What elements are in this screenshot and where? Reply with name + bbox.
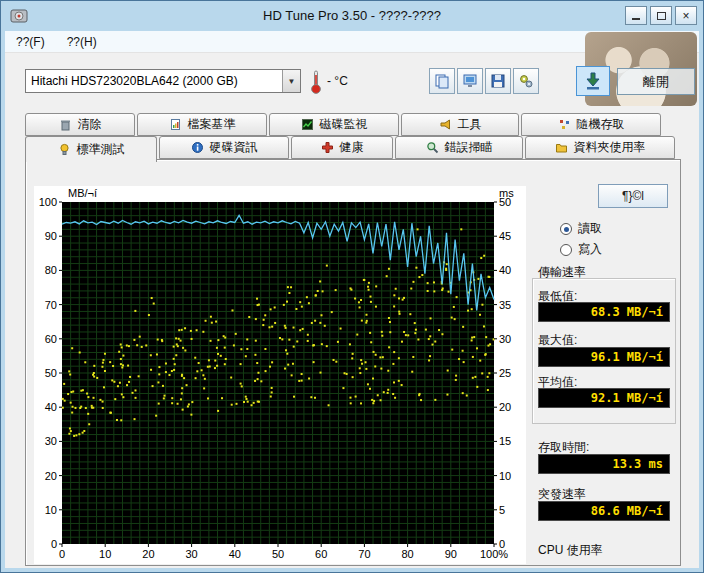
tab-random-access[interactable]: 隨機存取 — [521, 113, 661, 136]
copy-button[interactable] — [429, 68, 455, 94]
tab-health[interactable]: 健康 — [291, 136, 393, 159]
tab-label: 標準測試 — [77, 141, 125, 158]
benchmark-page: MB/¬íms100509045804070356030502540203015… — [25, 159, 681, 566]
tab-label: 健康 — [340, 139, 364, 156]
tab-benchmark[interactable]: 標準測試 — [25, 136, 157, 162]
svg-text:10: 10 — [99, 548, 111, 560]
results-panel: ¶}©l 讀取 寫入 傳輸速率 最低值: 68.3 MB/¬í 最大值: 96.… — [532, 184, 678, 564]
benchmark-chart-svg: MB/¬íms100509045804070356030502540203015… — [34, 186, 526, 564]
menu-help[interactable]: ??(H) — [56, 32, 108, 52]
svg-text:40: 40 — [45, 401, 57, 413]
write-radio[interactable]: 寫入 — [560, 241, 602, 258]
access-time-display: 13.3 ms — [538, 454, 670, 474]
svg-text:45: 45 — [499, 230, 511, 242]
close-button[interactable]: × — [675, 6, 697, 25]
svg-text:90: 90 — [45, 230, 57, 242]
svg-text:20: 20 — [499, 401, 511, 413]
svg-text:35: 35 — [499, 299, 511, 311]
svg-text:70: 70 — [45, 299, 57, 311]
drive-select-value: Hitachi HDS723020BLA642 (2000 GB) — [26, 74, 282, 88]
tab-row-1: 清除 檔案基準 磁碟監視 工具 隨機存取 — [25, 113, 681, 136]
tab-label: 隨機存取 — [577, 116, 625, 133]
tab-error-scan[interactable]: 錯誤掃瞄 — [395, 136, 523, 159]
svg-text:80: 80 — [401, 548, 413, 560]
down-arrow-icon — [583, 71, 603, 91]
settings-button[interactable] — [513, 68, 539, 94]
tab-tools[interactable]: 工具 — [401, 113, 519, 136]
svg-text:0: 0 — [59, 548, 65, 560]
svg-text:100%: 100% — [480, 548, 508, 560]
svg-text:20: 20 — [45, 470, 57, 482]
svg-text:20: 20 — [142, 548, 154, 560]
svg-text:50: 50 — [45, 367, 57, 379]
svg-text:70: 70 — [358, 548, 370, 560]
write-radio-label: 寫入 — [578, 241, 602, 258]
tab-label: 磁碟監視 — [320, 116, 368, 133]
exit-button-label: 離開 — [643, 73, 669, 91]
window-title: HD Tune Pro 3.50 - ????-???? — [1, 8, 703, 23]
random-access-icon — [558, 118, 571, 131]
info-icon — [191, 141, 204, 154]
tab-folder-usage[interactable]: 資料夾使用率 — [525, 136, 675, 159]
tab-erase[interactable]: 清除 — [25, 113, 135, 136]
cpu-usage-label: CPU 使用率 — [538, 542, 603, 559]
tab-strip: 清除 檔案基準 磁碟監視 工具 隨機存取 — [25, 113, 681, 159]
disk-monitor-icon — [301, 118, 314, 131]
file-benchmark-icon — [169, 118, 182, 131]
svg-text:50: 50 — [272, 548, 284, 560]
avg-value-display: 92.1 MB/¬í — [538, 388, 670, 408]
minimize-button[interactable] — [625, 6, 647, 25]
benchmark-lamp-icon — [58, 143, 71, 156]
menu-file[interactable]: ??(F) — [5, 32, 56, 52]
svg-text:30: 30 — [45, 435, 57, 447]
radio-icon — [560, 223, 572, 235]
tab-label: 工具 — [458, 116, 482, 133]
gears-icon — [518, 73, 534, 89]
horn-icon — [439, 118, 452, 131]
svg-text:50: 50 — [499, 196, 511, 208]
svg-text:0: 0 — [51, 538, 57, 550]
maximize-icon — [657, 12, 666, 20]
tab-file-benchmark[interactable]: 檔案基準 — [137, 113, 267, 136]
radio-icon — [560, 244, 572, 256]
svg-text:60: 60 — [315, 548, 327, 560]
screenshot-icon — [462, 73, 478, 89]
save-button[interactable] — [485, 68, 511, 94]
drive-select[interactable]: Hitachi HDS723020BLA642 (2000 GB) ▼ — [25, 69, 301, 93]
svg-text:5: 5 — [499, 504, 505, 516]
minimize-icon — [632, 18, 640, 20]
svg-text:10: 10 — [45, 504, 57, 516]
burst-rate-display: 86.6 MB/¬í — [538, 501, 670, 521]
read-radio-label: 讀取 — [578, 220, 602, 237]
svg-text:15: 15 — [499, 435, 511, 447]
titlebar[interactable]: HD Tune Pro 3.50 - ????-???? × — [1, 1, 703, 31]
start-button[interactable]: ¶}©l — [598, 184, 668, 208]
tab-label: 錯誤掃瞄 — [445, 139, 493, 156]
read-radio[interactable]: 讀取 — [560, 220, 602, 237]
svg-text:40: 40 — [499, 264, 511, 276]
health-cross-icon — [321, 141, 334, 154]
maximize-button[interactable] — [650, 6, 672, 25]
chevron-down-icon[interactable]: ▼ — [282, 70, 300, 92]
thermometer-icon — [309, 69, 323, 95]
tab-label: 清除 — [78, 116, 102, 133]
trash-icon — [59, 118, 72, 131]
client-area: ??(F) ??(H) Hitachi HDS723020BLA642 (200… — [5, 31, 699, 568]
min-value-display: 68.3 MB/¬í — [538, 302, 670, 322]
tab-disk-monitor[interactable]: 磁碟監視 — [269, 113, 399, 136]
tab-disk-info[interactable]: 硬碟資訊 — [159, 136, 289, 159]
screenshot-button[interactable] — [457, 68, 483, 94]
hd-tune-window: HD Tune Pro 3.50 - ????-???? × ??(F) ??(… — [0, 0, 704, 573]
exit-button[interactable]: 離開 — [617, 68, 695, 95]
start-button-label: ¶}©l — [622, 189, 644, 203]
close-icon: × — [682, 10, 689, 22]
capture-active-button[interactable] — [576, 66, 610, 96]
svg-text:40: 40 — [229, 548, 241, 560]
svg-text:100: 100 — [39, 196, 57, 208]
svg-text:10: 10 — [499, 470, 511, 482]
max-value-display: 96.1 MB/¬í — [538, 347, 670, 367]
svg-text:25: 25 — [499, 367, 511, 379]
save-icon — [490, 73, 506, 89]
tab-row-2: 標準測試 硬碟資訊 健康 錯誤掃瞄 資料夾使用率 — [25, 136, 681, 159]
svg-text:30: 30 — [185, 548, 197, 560]
